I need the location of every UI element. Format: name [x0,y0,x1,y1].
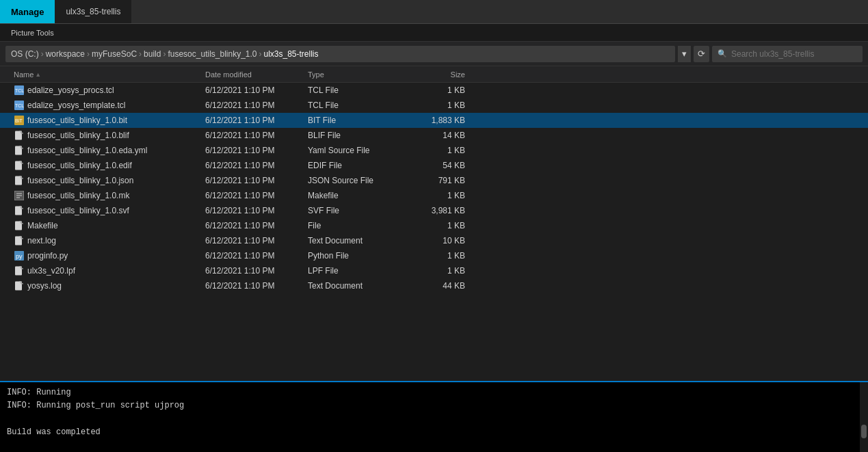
file-icon-generic [14,160,25,171]
file-name: fusesoc_utils_blinky_1.0.json [27,176,133,185]
breadcrumb-sep-3: › [139,49,142,59]
file-list: TCLedalize_yosys_procs.tcl6/12/2021 1:10… [0,83,868,381]
file-name: proginfo.py [27,251,68,261]
svg-text:BIT: BIT [15,118,23,123]
table-row[interactable]: next.log6/12/2021 1:10 PMText Document10… [0,233,868,248]
search-bar[interactable]: 🔍 [712,46,863,62]
file-name: edalize_yosys_procs.tcl [27,85,114,95]
breadcrumb-workspace[interactable]: workspace [46,49,85,59]
table-row[interactable]: TCLedalize_yosys_procs.tcl6/12/2021 1:10… [0,83,868,98]
file-icon-py: py [14,250,25,261]
file-size: 54 KB [410,161,465,170]
file-date: 6/12/2021 1:10 PM [205,206,308,215]
breadcrumb-sep-5: › [259,49,262,59]
search-input[interactable] [731,49,857,59]
file-name: fusesoc_utils_blinky_1.0.bit [27,116,127,125]
table-row[interactable]: fusesoc_utils_blinky_1.0.edif6/12/2021 1… [0,158,868,173]
table-row[interactable]: fusesoc_utils_blinky_1.0.json6/12/2021 1… [0,173,868,188]
table-row[interactable]: TCLedalize_yosys_template.tcl6/12/2021 1… [0,98,868,113]
file-type: BIT File [308,116,410,125]
col-header-type: Type [308,70,410,79]
file-type: Yaml Source File [308,146,410,155]
file-icon-mk [14,190,25,201]
file-date: 6/12/2021 1:10 PM [205,251,308,261]
file-type: JSON Source File [308,176,410,185]
col-header-date: Date modified [205,70,308,79]
file-size: 3,981 KB [410,206,465,215]
terminal-blank-1 [7,412,853,425]
terminal-line-1: INFO: Running [7,386,853,399]
breadcrumb-dropdown-btn[interactable]: ▾ [678,46,691,62]
breadcrumb-fusesoc[interactable]: fusesoc_utils_blinky_1.0 [168,49,257,59]
file-size: 14 KB [410,131,465,140]
tab-picture-tools[interactable]: Picture Tools [4,24,61,41]
file-type: BLIF File [308,131,410,140]
file-type: Makefile [308,191,410,200]
file-type: TCL File [308,85,410,95]
file-date: 6/12/2021 1:10 PM [205,236,308,245]
file-size: 1,883 KB [410,116,465,125]
file-icon-bit: BIT [14,115,25,126]
file-size: 1 KB [410,266,465,276]
table-row[interactable]: ulx3s_v20.lpf6/12/2021 1:10 PMLPF File1 … [0,263,868,278]
file-type: Python File [308,251,410,261]
file-size: 1 KB [410,101,465,110]
breadcrumb-sep-1: › [41,49,44,59]
search-icon: 🔍 [718,49,727,58]
file-type: LPF File [308,266,410,276]
table-row[interactable]: fusesoc_utils_blinky_1.0.svf6/12/2021 1:… [0,203,868,218]
file-size: 10 KB [410,236,465,245]
file-name: edalize_yosys_template.tcl [27,101,125,110]
file-name: fusesoc_utils_blinky_1.0.blif [27,131,129,140]
tab-manage[interactable]: Manage [0,0,55,23]
file-type: TCL File [308,101,410,110]
file-date: 6/12/2021 1:10 PM [205,176,308,185]
terminal-scrollbar[interactable] [860,382,868,452]
file-size: 1 KB [410,221,465,230]
file-date: 6/12/2021 1:10 PM [205,131,308,140]
table-row[interactable]: fusesoc_utils_blinky_1.0.mk6/12/2021 1:1… [0,188,868,203]
file-icon-generic [14,175,25,186]
file-name: fusesoc_utils_blinky_1.0.svf [27,206,129,215]
file-name: fusesoc_utils_blinky_1.0.mk [27,191,129,200]
file-size: 1 KB [410,191,465,200]
file-name: Makefile [27,221,58,230]
file-date: 6/12/2021 1:10 PM [205,221,308,230]
file-name: next.log [27,236,56,245]
file-size: 791 KB [410,176,465,185]
file-icon-generic [14,235,25,246]
svg-text:TCL: TCL [15,88,24,93]
table-row[interactable]: Makefile6/12/2021 1:10 PMFile1 KB [0,218,868,233]
terminal-content: INFO: Running INFO: Running post_run scr… [0,382,860,452]
col-header-name: Name ▲ [14,70,205,79]
breadcrumb-sep-2: › [87,49,90,59]
table-row[interactable]: yosys.log6/12/2021 1:10 PMText Document4… [0,278,868,293]
file-icon-generic [14,205,25,216]
file-type: SVF File [308,206,410,215]
file-icon-tcl: TCL [14,100,25,111]
file-type: Text Document [308,236,410,245]
file-icon-generic [14,145,25,156]
svg-text:TCL: TCL [15,103,24,108]
breadcrumb-build[interactable]: build [144,49,161,59]
file-date: 6/12/2021 1:10 PM [205,266,308,276]
table-row[interactable]: BITfusesoc_utils_blinky_1.0.bit6/12/2021… [0,113,868,128]
breadcrumb-myfusesoc[interactable]: myFuseSoC [92,49,137,59]
file-icon-generic [14,130,25,141]
terminal-blank-2 [7,439,853,452]
file-size: 1 KB [410,85,465,95]
terminal-line-2: INFO: Running post_run script ujprog [7,399,853,412]
file-name: ulx3s_v20.lpf [27,266,75,276]
breadcrumb-last[interactable]: ulx3s_85-trellis [264,49,319,59]
breadcrumb-sep-4: › [163,49,166,59]
breadcrumb-drive[interactable]: OS (C:) [11,49,39,59]
table-row[interactable]: fusesoc_utils_blinky_1.0.blif6/12/2021 1… [0,128,868,143]
file-name: fusesoc_utils_blinky_1.0.eda.yml [27,146,147,155]
file-date: 6/12/2021 1:10 PM [205,85,308,95]
table-row[interactable]: fusesoc_utils_blinky_1.0.eda.yml6/12/202… [0,143,868,158]
tab-folder-title: ulx3s_85-trellis [55,0,131,23]
file-date: 6/12/2021 1:10 PM [205,281,308,291]
refresh-btn[interactable]: ⟳ [694,46,709,62]
file-type: EDIF File [308,161,410,170]
table-row[interactable]: pyproginfo.py6/12/2021 1:10 PMPython Fil… [0,248,868,263]
